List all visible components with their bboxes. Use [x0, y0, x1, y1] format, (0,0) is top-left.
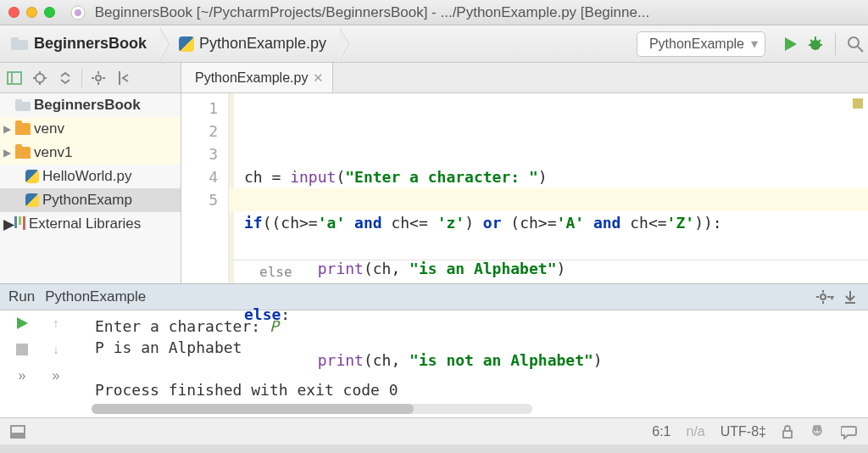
- tree-project-label: BeginnersBook: [34, 97, 141, 114]
- tree-project-root[interactable]: BeginnersBook: [0, 93, 181, 117]
- locate-icon[interactable]: [31, 71, 49, 85]
- chevron-down-icon: ▾: [751, 36, 758, 52]
- run-config-name: PythonExample: [45, 288, 146, 305]
- editor[interactable]: 1 2 3 4 5 ch = input("Enter a character:…: [181, 93, 868, 283]
- app-icon: [70, 5, 86, 20]
- svg-point-20: [96, 76, 101, 81]
- breadcrumb-file-label: PythonExample.py: [199, 35, 326, 53]
- gear-icon[interactable]: [89, 71, 108, 85]
- project-toolbar: PythonExample.py ✕: [0, 63, 868, 93]
- svg-marker-4: [785, 37, 797, 51]
- tool-window-quick-access-icon[interactable]: [10, 425, 25, 439]
- zoom-window-button[interactable]: [44, 7, 55, 18]
- debug-button[interactable]: [803, 35, 828, 53]
- titlebar: BeginnersBook [~/PycharmProjects/Beginne…: [0, 0, 868, 25]
- run-tool-gutter: » ↑ ↓ »: [0, 310, 92, 417]
- rerun-button[interactable]: [14, 316, 30, 331]
- window-title: BeginnersBook [~/PycharmProjects/Beginne…: [95, 4, 649, 20]
- line-number: 3: [181, 143, 218, 165]
- window-controls: [8, 7, 55, 18]
- run-button[interactable]: [777, 36, 803, 53]
- chevron-right-icon: ▶: [3, 147, 15, 159]
- line-gutter: 1 2 3 4 5: [181, 93, 229, 283]
- tree-external-label: External Libraries: [29, 215, 141, 232]
- line-number: 1: [181, 97, 218, 120]
- svg-line-10: [818, 40, 821, 42]
- tree-item-label: HelloWorld.py: [42, 168, 132, 185]
- editor-tab[interactable]: PythonExample.py ✕: [181, 63, 333, 92]
- nav-bar: BeginnersBook PythonExample.py PythonExa…: [0, 25, 868, 63]
- chevron-right-icon: ▶: [3, 215, 14, 233]
- tree-item-venv1[interactable]: ▶ venv1: [0, 141, 181, 165]
- project-tree[interactable]: BeginnersBook ▶ venv ▶ venv1 HelloWorld.…: [0, 93, 181, 283]
- down-arrow-icon[interactable]: ↓: [53, 342, 59, 356]
- tab-label: PythonExample.py: [195, 70, 308, 86]
- tree-item-label: venv1: [34, 144, 72, 161]
- svg-rect-13: [8, 72, 21, 84]
- svg-rect-3: [11, 37, 19, 42]
- tree-item-label: venv: [34, 120, 64, 137]
- search-everywhere-button[interactable]: [843, 35, 868, 53]
- close-window-button[interactable]: [8, 7, 19, 18]
- main-area: BeginnersBook ▶ venv ▶ venv1 HelloWorld.…: [0, 93, 868, 283]
- current-line-highlight: [229, 188, 868, 211]
- svg-point-15: [36, 74, 44, 82]
- code-area[interactable]: ch = input("Enter a character: ") if((ch…: [229, 93, 868, 283]
- more-icon[interactable]: »: [19, 368, 26, 383]
- svg-point-11: [849, 37, 859, 48]
- console-line: Process finished with exit code 0: [95, 379, 868, 400]
- python-file-icon: [179, 36, 194, 52]
- horizontal-scrollbar[interactable]: [92, 404, 532, 414]
- separator: [835, 33, 836, 55]
- run-title-prefix: Run: [8, 288, 35, 305]
- more-icon[interactable]: »: [53, 368, 60, 383]
- breadcrumb-root[interactable]: BeginnersBook: [0, 25, 160, 62]
- project-view-icon[interactable]: [5, 71, 24, 85]
- tree-external-libraries[interactable]: ▶ External Libraries: [0, 212, 181, 236]
- tree-item-label: PythonExamp: [42, 192, 132, 209]
- python-file-icon: [25, 193, 39, 207]
- warning-stripe: [853, 98, 863, 109]
- breadcrumb-file[interactable]: PythonExample.py: [160, 25, 340, 62]
- run-config-dropdown[interactable]: PythonExample ▾: [637, 31, 765, 57]
- svg-line-12: [858, 47, 863, 52]
- line-number: 2: [181, 120, 218, 143]
- line-number: 4: [181, 165, 218, 188]
- python-file-icon: [25, 170, 39, 183]
- svg-rect-27: [15, 99, 22, 103]
- svg-rect-38: [11, 433, 25, 438]
- tree-item-venv[interactable]: ▶ venv: [0, 117, 181, 141]
- hide-panel-icon[interactable]: [114, 71, 133, 85]
- chevron-right-icon: ▶: [3, 123, 15, 135]
- scrollbar-thumb[interactable]: [92, 404, 414, 414]
- folder-icon: [15, 99, 31, 111]
- folder-icon: [15, 147, 31, 159]
- up-arrow-icon[interactable]: ↑: [53, 316, 59, 330]
- run-config-name: PythonExample: [649, 36, 744, 52]
- line-number: 5: [181, 188, 218, 211]
- tree-item-helloworld[interactable]: HelloWorld.py: [0, 165, 181, 188]
- collapse-icon[interactable]: [56, 71, 75, 85]
- svg-marker-35: [17, 317, 28, 329]
- stop-button[interactable]: [15, 343, 29, 356]
- breadcrumb-root-label: BeginnersBook: [34, 35, 147, 53]
- libraries-icon: [14, 215, 25, 232]
- close-tab-icon[interactable]: ✕: [313, 70, 324, 86]
- separator: [81, 69, 82, 87]
- folder-icon: [15, 123, 31, 135]
- svg-rect-36: [16, 344, 28, 355]
- minimize-window-button[interactable]: [26, 7, 37, 18]
- svg-point-1: [75, 9, 81, 16]
- folder-icon: [10, 36, 29, 52]
- tree-item-pythonexample[interactable]: PythonExamp: [0, 188, 181, 212]
- svg-line-9: [810, 40, 813, 42]
